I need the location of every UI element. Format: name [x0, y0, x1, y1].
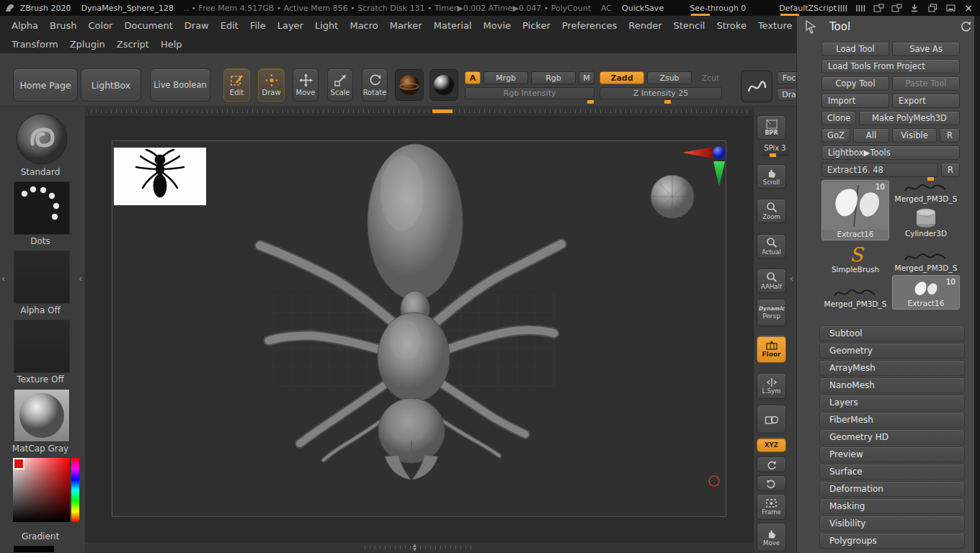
secondary-color-swatch[interactable] — [13, 545, 55, 553]
section-layers[interactable]: Layers — [819, 395, 965, 410]
tool-slot-cylinder3d[interactable]: Cylinder3D — [892, 206, 960, 239]
menu-file[interactable]: File — [244, 20, 272, 31]
section-fibermesh[interactable]: FiberMesh — [819, 412, 965, 428]
tool-slot-extract16-2[interactable]: 10 Extract16 — [892, 275, 960, 310]
menu-light[interactable]: Light — [309, 20, 344, 31]
spix-handle[interactable] — [770, 153, 776, 157]
goz-visible-button[interactable]: Visible — [892, 128, 937, 143]
dynamic-persp-button[interactable]: Dynamic Persp — [757, 299, 786, 326]
home-page-button[interactable]: Home Page — [13, 68, 78, 102]
section-geometry-hd[interactable]: Geometry HD — [819, 429, 965, 445]
default-zscript-button[interactable]: DefaultZScript — [779, 4, 837, 13]
goz-all-button[interactable]: All — [853, 128, 889, 143]
axis-z-sphere[interactable] — [713, 146, 726, 159]
scroll-button[interactable]: Scroll — [757, 164, 786, 189]
menu-preferences[interactable]: Preferences — [556, 20, 623, 31]
section-subtool[interactable]: Subtool — [819, 325, 965, 341]
draw-button[interactable]: Draw — [258, 68, 285, 102]
add-window-icon-1[interactable] — [873, 3, 884, 13]
section-polygroups[interactable]: Polygroups — [819, 533, 965, 549]
xyz-button[interactable]: XYZ — [757, 438, 786, 452]
menu-zscript[interactable]: Zscript — [111, 39, 155, 50]
tool-r-button[interactable]: R — [941, 163, 960, 177]
zsub-button[interactable]: Zsub — [647, 71, 692, 84]
draw-size-slider[interactable]: Dra — [777, 88, 796, 101]
menu-draw[interactable]: Draw — [179, 20, 215, 31]
m-button[interactable]: M — [579, 71, 594, 84]
canvas-bottom-scrollbar[interactable]: ▲▼ — [85, 543, 757, 552]
move-canvas-button[interactable]: Move — [757, 523, 786, 552]
axis-gizmo[interactable] — [682, 146, 726, 187]
palette-cursor-icon[interactable] — [803, 19, 819, 34]
tool-slot-merged-pm3d-2[interactable]: Merged_PM3D_S — [892, 240, 960, 274]
collapse-left-edge-chevron[interactable]: ‹ — [1, 275, 5, 282]
aahalf-button[interactable]: AAHalf — [757, 269, 786, 293]
menu-transform[interactable]: Transform — [6, 39, 64, 50]
quicksave-button[interactable]: QuickSave — [622, 4, 664, 13]
tool-slot-merged-pm3d-3[interactable]: Merged_PM3D_S — [821, 276, 889, 310]
spix-slider[interactable]: SPix 3 — [754, 144, 796, 156]
lightbox-button[interactable]: LightBox — [81, 68, 141, 102]
tool-slot-merged-pm3d-1[interactable]: Merged_PM3D_S — [892, 180, 960, 204]
scroll-up-arrow[interactable]: ▲▼ — [413, 543, 416, 552]
axis-x-arrow[interactable] — [682, 147, 713, 158]
make-polymesh3d-button[interactable]: Make PolyMesh3D — [859, 111, 960, 125]
add-window-icon-2[interactable] — [891, 3, 902, 13]
current-texture-thumb[interactable] — [14, 320, 70, 373]
current-material-thumb[interactable] — [14, 389, 70, 442]
canvas-top-scrollbar[interactable] — [85, 107, 757, 116]
current-brush-thumb[interactable] — [14, 112, 70, 166]
move-button[interactable]: Move — [293, 68, 318, 102]
menu-stencil[interactable]: Stencil — [667, 20, 710, 31]
goz-button[interactable]: GoZ — [821, 128, 850, 143]
import-button[interactable]: Import — [821, 94, 889, 108]
copy-tool-button[interactable]: Copy Tool — [821, 76, 889, 91]
rgb-intensity-slider[interactable]: Rgb Intensity — [465, 87, 594, 99]
focal-shift-slider[interactable]: Foc — [777, 71, 796, 84]
collapse-left-tray-chevron[interactable]: ‹ — [79, 275, 82, 282]
tool-name-slider[interactable]: Extract16. 48 — [821, 163, 938, 177]
a-button[interactable]: A — [465, 71, 481, 84]
goz-r-button[interactable]: R — [940, 128, 960, 143]
edit-button[interactable]: Edit — [223, 68, 250, 102]
menu-picker[interactable]: Picker — [517, 20, 556, 31]
menu-help[interactable]: Help — [155, 39, 188, 50]
top-scrollbar-handle[interactable] — [432, 109, 453, 113]
axis-y-arrow[interactable] — [713, 161, 725, 187]
palette-bars-icon-1[interactable] — [837, 3, 848, 13]
section-visibility[interactable]: Visibility — [819, 516, 965, 531]
export-button[interactable]: Export — [892, 94, 960, 108]
paste-tool-button[interactable]: Paste Tool — [892, 76, 960, 91]
rotate-button[interactable]: Rotate — [362, 68, 388, 102]
palette-refresh-icon[interactable] — [960, 20, 972, 32]
menu-alpha[interactable]: Alpha — [6, 20, 44, 31]
live-boolean-button[interactable]: Live Boolean — [150, 68, 210, 102]
current-alpha-thumb[interactable] — [14, 251, 70, 304]
scale-button[interactable]: Scale — [327, 68, 353, 102]
actual-button[interactable]: Actual — [757, 234, 786, 258]
section-preview[interactable]: Preview — [819, 446, 965, 462]
material-preview[interactable] — [395, 69, 424, 101]
section-deformation[interactable]: Deformation — [819, 481, 965, 497]
section-masking[interactable]: Masking — [819, 498, 965, 514]
current-color-swatch[interactable] — [13, 458, 24, 469]
save-as-button[interactable]: Save As — [892, 42, 960, 56]
menu-macro[interactable]: Macro — [344, 20, 383, 31]
transp-button[interactable] — [757, 405, 786, 433]
restore-window-icon[interactable] — [927, 3, 938, 13]
close-icon[interactable]: × — [963, 3, 974, 13]
zcut-button[interactable]: Zcut — [695, 71, 726, 84]
menu-material[interactable]: Material — [428, 20, 478, 31]
load-tools-from-project-button[interactable]: Load Tools From Project — [821, 59, 960, 73]
see-through-slider[interactable]: See-through 0 — [690, 4, 746, 13]
menu-render[interactable]: Render — [623, 20, 667, 31]
local-symmetry-button[interactable]: L.Sym — [757, 373, 786, 399]
menu-color[interactable]: Color — [82, 20, 118, 31]
rgb-button[interactable]: Rgb — [531, 71, 576, 84]
menu-movie[interactable]: Movie — [478, 20, 517, 31]
secondary-material-preview[interactable] — [429, 69, 458, 101]
mrgb-button[interactable]: Mrgb — [484, 71, 528, 84]
floor-button[interactable]: Floor — [757, 336, 786, 363]
zoom-button[interactable]: Zoom — [757, 199, 786, 223]
rgb-intensity-handle[interactable] — [587, 100, 594, 104]
